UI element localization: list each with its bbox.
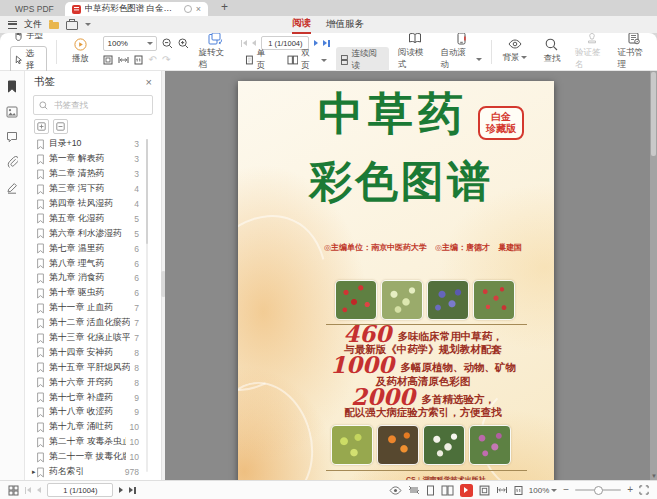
zoom-out-button[interactable]: − (563, 485, 569, 495)
print-icon[interactable] (66, 21, 78, 30)
bookmark-item[interactable]: 第十七章 补虚药 9 (25, 390, 161, 405)
open-file-icon[interactable] (49, 22, 59, 29)
bookmark-label: 第十六章 开窍药 (49, 377, 130, 389)
fit-window-icon[interactable] (479, 485, 490, 496)
fit-window-icon[interactable] (103, 55, 113, 65)
vertical-scrollbar[interactable]: ▼ (650, 71, 657, 480)
read-mode-button[interactable]: 阅读模式 (398, 32, 432, 71)
bookmark-item[interactable]: 第十四章 安神药 8 (25, 345, 161, 360)
bookmark-page: 10 (130, 452, 139, 462)
bookmark-icon (36, 377, 45, 388)
find-button[interactable]: 查找 (538, 38, 566, 66)
bookmark-item[interactable]: 第三章 泻下药 4 (25, 182, 161, 197)
collapse-all-button[interactable] (53, 119, 68, 134)
new-tab-button[interactable]: + (217, 0, 232, 16)
bookmark-search[interactable] (33, 95, 153, 115)
bookmark-item[interactable]: 第十五章 平肝熄风药 8 (25, 360, 161, 375)
bookmark-item[interactable]: 第七章 温里药 6 (25, 241, 161, 256)
signature-pen-icon[interactable] (6, 182, 18, 194)
zoom-slider-thumb[interactable] (594, 486, 603, 495)
eye-icon (508, 39, 522, 49)
prev-page-button[interactable] (37, 487, 41, 493)
last-page-button[interactable] (323, 40, 329, 47)
document-tab[interactable]: 中草药彩色图谱 白金珍藏版... × (65, 2, 208, 16)
bookmark-item[interactable]: 第十六章 开窍药 8 (25, 375, 161, 390)
thumbnail-panel-icon[interactable] (8, 485, 19, 496)
bookmark-item[interactable]: 第六章 利水渗湿药 5 (25, 226, 161, 241)
fit-width-icon[interactable] (496, 485, 508, 495)
next-page-button[interactable] (119, 487, 123, 493)
scrollbar-thumb[interactable] (651, 72, 656, 156)
bookmark-item[interactable]: 第九章 消食药 6 (25, 271, 161, 286)
bookmark-item[interactable]: 第二十章 攻毒杀虫止痒药 10 (25, 435, 161, 450)
bookmark-item[interactable]: 第十一章 止血药 7 (25, 301, 161, 316)
file-menu[interactable]: 文件 (24, 18, 42, 31)
double-page-label: 双页 (301, 48, 318, 72)
document-canvas[interactable]: 中草药 彩色图谱 白金 珍藏版 ◎主编单位：南京中医药大学 ◎主编：唐德才 巢建… (165, 71, 657, 480)
bookmark-item[interactable]: 第二十一章 拔毒化腐生肌药 10 (25, 450, 161, 465)
next-page-button[interactable] (314, 40, 318, 46)
bookmark-item[interactable]: ▸ 药名索引 978 (25, 465, 161, 478)
tab-read[interactable]: 阅读 (292, 15, 311, 34)
zoom-select[interactable]: 100% (103, 36, 157, 51)
bookmarks-panel-icon[interactable] (6, 80, 18, 93)
bookmark-item[interactable]: 第二章 清热药 3 (25, 167, 161, 182)
single-page-icon (245, 55, 254, 65)
attachments-panel-icon[interactable] (7, 156, 18, 169)
certificate-manager-button[interactable]: 证书管理 (617, 32, 651, 72)
comments-panel-icon[interactable] (6, 131, 18, 143)
prev-page-button[interactable] (252, 40, 256, 46)
double-page-button[interactable]: 双页 (283, 47, 331, 73)
status-page-input[interactable] (47, 483, 113, 497)
status-zoom-select[interactable]: 100% (529, 486, 557, 495)
zoom-in-icon[interactable] (178, 38, 189, 49)
double-page-icon[interactable] (441, 485, 454, 496)
bookmark-item[interactable]: 第十三章 化痰止咳平喘药 7 (25, 331, 161, 346)
home-tab[interactable]: WPS PDF (6, 2, 63, 16)
bookmark-item[interactable]: 第四章 祛风湿药 4 (25, 197, 161, 212)
first-page-button[interactable] (25, 487, 31, 494)
bookmark-item[interactable]: 第八章 理气药 6 (25, 256, 161, 271)
tab-services[interactable]: 增值服务 (326, 16, 364, 33)
bookmark-item[interactable]: 第十二章 活血化瘀药 7 (25, 316, 161, 331)
play-slideshow-button[interactable] (460, 484, 473, 497)
bookmark-label: 第八章 理气药 (49, 258, 130, 270)
first-page-button[interactable] (241, 40, 247, 47)
fit-width-icon[interactable] (118, 55, 129, 65)
bookmark-item[interactable]: 第十章 驱虫药 6 (25, 286, 161, 301)
tab-close-icon[interactable]: × (196, 5, 201, 14)
single-page-icon[interactable] (426, 485, 435, 496)
zoom-slider[interactable] (575, 489, 621, 491)
redo-icon: ↷ (162, 55, 170, 65)
last-page-button[interactable] (129, 487, 135, 494)
expand-all-button[interactable] (34, 119, 49, 134)
panel-close-icon[interactable]: × (146, 76, 152, 88)
chevron-down-icon[interactable] (85, 23, 91, 26)
bookmark-item[interactable]: 第一章 解表药 3 (25, 152, 161, 167)
bookmark-search-input[interactable] (52, 99, 147, 111)
bookmark-item[interactable]: 第五章 化湿药 5 (25, 211, 161, 226)
bookmark-item[interactable]: 第十八章 收涩药 9 (25, 405, 161, 420)
zoom-out-icon[interactable] (162, 38, 173, 49)
bookmark-item[interactable]: 目录+10 3 (25, 137, 161, 152)
actual-size-icon[interactable] (134, 55, 143, 65)
rotate-document-button[interactable]: 旋转文档 (198, 32, 232, 72)
auto-scroll-button[interactable]: 自动滚动 (441, 32, 482, 72)
play-button[interactable]: 播放 (66, 38, 94, 66)
cover-photo-red-berries (335, 280, 377, 320)
background-eye-icon[interactable] (389, 486, 402, 495)
actual-size-icon[interactable] (514, 485, 523, 496)
continuous-read-icon[interactable] (408, 485, 420, 495)
panel-scrollbar[interactable] (146, 139, 148, 472)
background-button[interactable]: 背景 (501, 39, 529, 64)
thumbnails-panel-icon[interactable] (6, 106, 18, 118)
zoom-in-button[interactable]: + (627, 485, 633, 495)
bookmark-item[interactable]: 第十九章 涌吐药 10 (25, 420, 161, 435)
select-tool-button[interactable]: 选择 (10, 46, 47, 74)
main-menu-icon[interactable] (8, 21, 17, 29)
scrollbar-down-arrow[interactable]: ▼ (651, 473, 657, 479)
bookmark-label: 第九章 消食药 (49, 272, 130, 284)
fullscreen-icon[interactable] (639, 485, 649, 495)
single-page-button[interactable]: 单页 (241, 47, 277, 73)
continuous-read-button[interactable]: 连续阅读 (336, 47, 389, 73)
